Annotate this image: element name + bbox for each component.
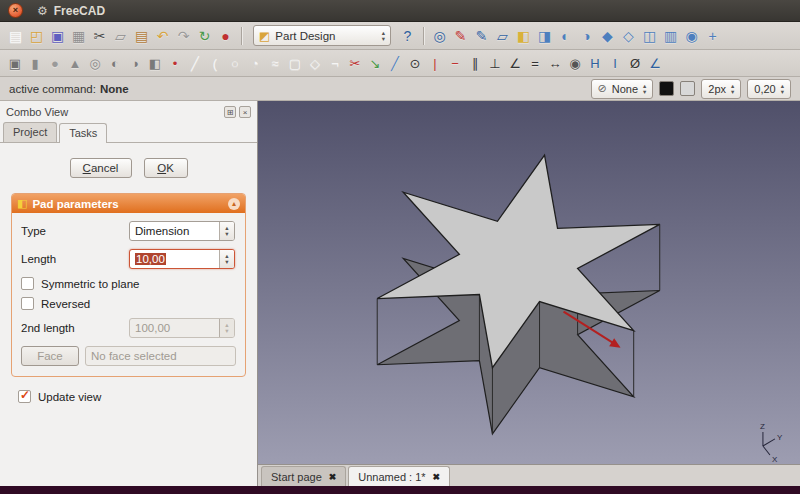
tab-tasks[interactable]: Tasks [59,123,107,143]
point-icon[interactable]: • [165,53,185,73]
document-tab[interactable]: Unnamed : 1*✖ [348,466,450,486]
create-sketch-icon[interactable]: ✎ [450,26,471,46]
polygon-icon[interactable]: ◇ [305,53,325,73]
tab-project[interactable]: Project [3,122,57,142]
workbench-selector[interactable]: ◩ Part Design [253,25,391,46]
linear-pattern-icon[interactable]: ▥ [660,26,681,46]
multitransform-icon[interactable]: + [702,26,723,46]
tangent-constraint-icon[interactable]: ∠ [505,53,525,73]
close-tab-icon[interactable]: ✖ [433,472,441,482]
perpendicular-constraint-icon[interactable]: ⊥ [485,53,505,73]
autogroup-button[interactable]: ⊘ None [591,79,654,99]
symmetric-constraint-icon[interactable]: ↔ [545,53,565,73]
pocket-icon[interactable]: ◨ [534,26,555,46]
document-print-icon[interactable]: ▦ [68,26,89,46]
edit-sketch-icon[interactable]: ✎ [471,26,492,46]
document-tab[interactable]: Start page✖ [261,466,346,486]
map-sketch-icon[interactable]: ▱ [492,26,513,46]
edit-cut-icon[interactable]: ✂ [89,26,110,46]
float-panel-icon[interactable]: ⊞ [224,106,236,118]
circle-icon[interactable]: ○ [225,53,245,73]
update-view-label: Update view [38,391,101,403]
text-size-spinner[interactable]: 0,20 [747,79,791,99]
combo-arrows-icon [382,30,385,42]
close-tab-icon[interactable]: ✖ [329,472,337,482]
reversed-checkbox[interactable] [21,297,34,310]
document-open-icon[interactable]: ◰ [26,26,47,46]
extrude-icon[interactable]: ◧ [145,53,165,73]
fit-all-icon[interactable]: ◎ [429,26,450,46]
polar-pattern-icon[interactable]: ◉ [681,26,702,46]
face-color-swatch[interactable] [680,81,695,96]
vertical-constraint-icon[interactable]: | [425,53,445,73]
update-view-checkbox[interactable] [18,390,31,403]
main-toolbar: ▤◰▣▦✂▱▤↶↷↻● ◩ Part Design ? ◎✎✎▱◧◨◐◑◆◇◫▥… [0,22,800,50]
line-color-swatch[interactable] [659,81,674,96]
external-geometry-icon[interactable]: ↘ [365,53,385,73]
titlebar: × ⚙ FreeCAD [0,0,800,22]
pad-parameters-header[interactable]: ◧ Pad parameters ▴ [12,194,245,213]
cylinder-icon[interactable]: ▮ [25,53,45,73]
whats-this-icon[interactable]: ? [397,26,418,46]
view-refresh-icon[interactable]: ↻ [194,26,215,46]
document-new-icon[interactable]: ▤ [5,26,26,46]
horizontal-distance-icon[interactable]: H [585,53,605,73]
horizontal-constraint-icon[interactable]: − [445,53,465,73]
chamfer-icon[interactable]: ◇ [618,26,639,46]
fillet-icon[interactable]: ◆ [597,26,618,46]
second-length-input[interactable]: 100,00 [129,318,235,338]
pad-icon[interactable]: ◧ [513,26,534,46]
revolution-icon[interactable]: ◐ [555,26,576,46]
angle-constraint-icon[interactable]: ∠ [645,53,665,73]
radius-constraint-icon[interactable]: Ø [625,53,645,73]
length-input[interactable]: 10,00 [129,249,235,269]
arc-icon[interactable]: ( [205,53,225,73]
torus-icon[interactable]: ◎ [85,53,105,73]
boolean-cut-icon[interactable]: ◑ [125,53,145,73]
lock-constraint-icon[interactable]: ◉ [565,53,585,73]
cancel-button[interactable]: Cancel [70,158,132,178]
rectangle-icon[interactable]: ▢ [285,53,305,73]
edit-redo-icon[interactable]: ↷ [173,26,194,46]
text-size-value: 0,20 [754,83,775,95]
equal-constraint-icon[interactable]: = [525,53,545,73]
3d-viewport-canvas[interactable]: Z Y X [258,101,800,464]
face-button[interactable]: Face [21,346,79,366]
symmetric-checkbox[interactable] [21,277,34,290]
edit-paste-icon[interactable]: ▤ [131,26,152,46]
sphere-icon[interactable]: ● [45,53,65,73]
document-save-icon[interactable]: ▣ [47,26,68,46]
boolean-union-icon[interactable]: ◐ [105,53,125,73]
draft-tray: ⊘ None 2px 0,20 [591,79,791,99]
box-icon[interactable]: ▣ [5,53,25,73]
groove-icon[interactable]: ◑ [576,26,597,46]
collapse-section-icon[interactable]: ▴ [228,198,240,210]
active-command-label: active command: [9,83,96,95]
macro-record-icon[interactable]: ● [215,26,236,46]
fillet-sketch-icon[interactable]: ¬ [325,53,345,73]
edit-undo-icon[interactable]: ↶ [152,26,173,46]
length-label: Length [21,253,129,265]
task-panel: Cancel OK ◧ Pad parameters ▴ Type Dimens… [0,143,257,486]
combo-arrows-icon [731,83,734,95]
mirrored-icon[interactable]: ◫ [639,26,660,46]
face-input[interactable]: No face selected [85,346,236,366]
axis-z-label: Z [760,422,765,431]
coincident-constraint-icon[interactable]: ⊙ [405,53,425,73]
type-select[interactable]: Dimension [129,221,235,241]
cone-icon[interactable]: ▲ [65,53,85,73]
construction-mode-icon[interactable]: ╱ [385,53,405,73]
parallel-constraint-icon[interactable]: ∥ [465,53,485,73]
trim-icon[interactable]: ✂ [345,53,365,73]
3d-view[interactable]: Z Y X [258,101,800,464]
ok-button[interactable]: OK [144,158,188,178]
vertical-distance-icon[interactable]: I [605,53,625,73]
line-icon[interactable]: ╱ [185,53,205,73]
edit-copy-icon[interactable]: ▱ [110,26,131,46]
polyline-icon[interactable]: ≈ [265,53,285,73]
ellipse-icon[interactable]: ◔ [245,53,265,73]
close-panel-icon[interactable]: × [239,106,251,118]
type-row: Type Dimension [21,221,236,241]
window-close-button[interactable]: × [8,3,23,18]
line-width-select[interactable]: 2px [701,79,741,99]
